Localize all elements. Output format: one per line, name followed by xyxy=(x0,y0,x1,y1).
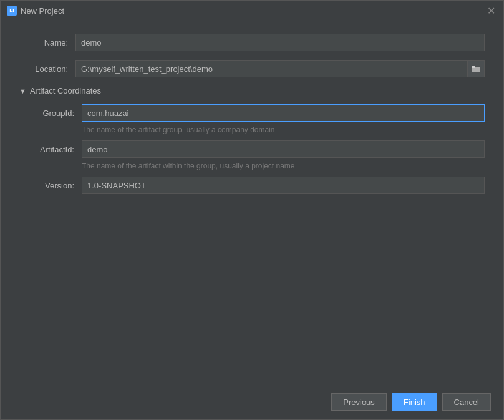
groupid-row: GroupId: xyxy=(32,104,485,122)
groupid-input[interactable] xyxy=(82,104,485,122)
finish-button[interactable]: Finish xyxy=(392,393,437,411)
location-browse-button[interactable] xyxy=(467,60,485,77)
groupid-hint: The name of the artifact group, usually … xyxy=(82,125,485,134)
version-row: Version: xyxy=(32,177,485,194)
groupid-label: GroupId: xyxy=(32,109,82,118)
name-input[interactable] xyxy=(75,34,485,51)
artifactid-label: ArtifactId: xyxy=(32,145,82,154)
version-label: Version: xyxy=(32,181,82,190)
dialog-title: New Project xyxy=(21,6,64,16)
version-input[interactable] xyxy=(82,177,485,194)
location-input-wrap xyxy=(75,60,485,77)
app-icon: IJ xyxy=(7,6,17,16)
location-label: Location: xyxy=(19,64,75,74)
previous-button[interactable]: Previous xyxy=(331,393,387,411)
artifact-section: ▼ Artifact Coordinates GroupId: The name… xyxy=(19,86,485,194)
artifactid-input[interactable] xyxy=(82,140,485,158)
artifactid-row: ArtifactId: xyxy=(32,140,485,158)
location-input[interactable] xyxy=(75,60,467,77)
svg-rect-1 xyxy=(472,66,475,68)
dialog-footer: Previous Finish Cancel xyxy=(1,384,503,419)
new-project-dialog: IJ New Project ✕ Name: Location: xyxy=(0,0,504,420)
title-bar: IJ New Project ✕ xyxy=(1,1,503,21)
cancel-button[interactable]: Cancel xyxy=(442,393,491,411)
section-title: Artifact Coordinates xyxy=(30,86,101,95)
title-bar-left: IJ New Project xyxy=(7,6,64,16)
folder-icon xyxy=(472,65,480,72)
section-collapse-arrow[interactable]: ▼ xyxy=(19,87,26,95)
section-header: ▼ Artifact Coordinates xyxy=(19,86,485,95)
name-label: Name: xyxy=(19,38,75,47)
artifactid-hint: The name of the artifact within the grou… xyxy=(82,162,485,170)
name-row: Name: xyxy=(19,34,485,51)
dialog-content: Name: Location: ▼ Artifact Coordinates xyxy=(1,21,503,384)
location-row: Location: xyxy=(19,60,485,77)
close-button[interactable]: ✕ xyxy=(485,4,497,17)
